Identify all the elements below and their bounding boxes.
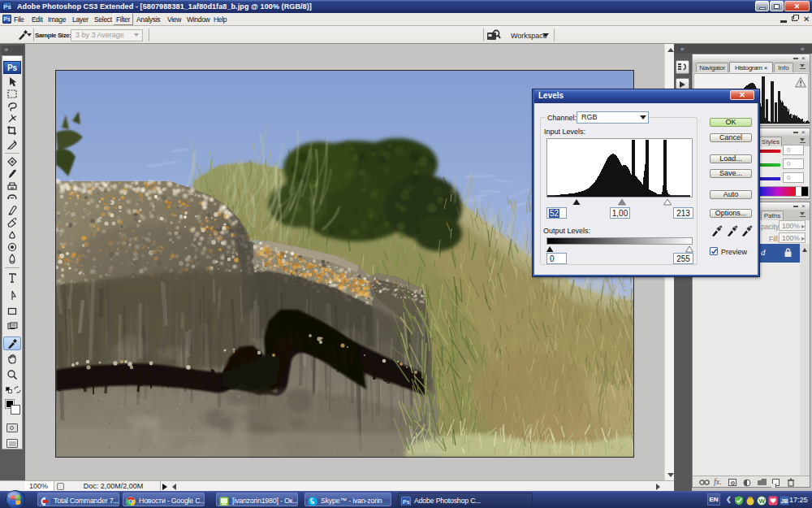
svg-text:JB: JB — [781, 498, 788, 504]
svg-text:W: W — [758, 497, 765, 505]
svg-text:Ps: Ps — [403, 499, 410, 505]
